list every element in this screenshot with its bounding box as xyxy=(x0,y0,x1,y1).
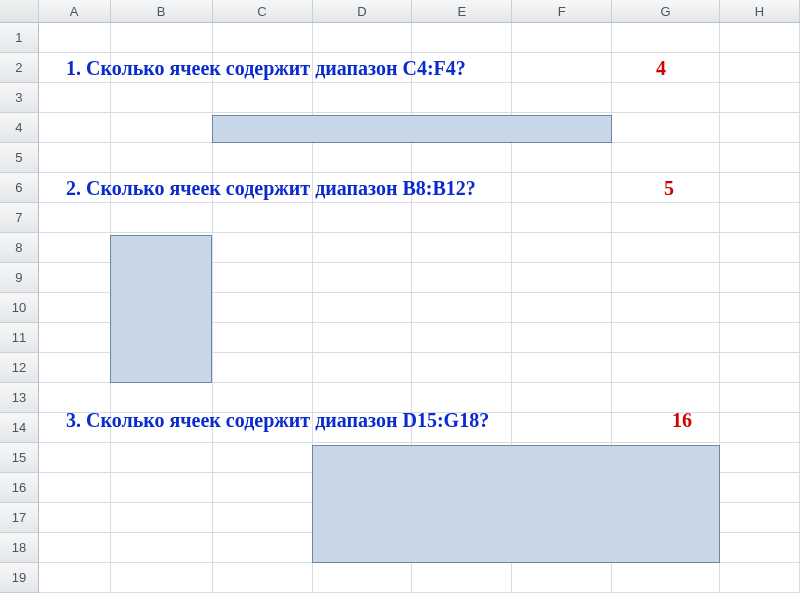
cell[interactable] xyxy=(213,83,313,113)
row-header[interactable]: 18 xyxy=(0,533,39,563)
cell[interactable] xyxy=(612,143,720,173)
cell[interactable] xyxy=(512,563,612,593)
cell[interactable] xyxy=(720,263,800,293)
cell[interactable] xyxy=(720,23,800,53)
cell[interactable] xyxy=(612,413,720,443)
row-header[interactable]: 4 xyxy=(0,113,39,143)
cell[interactable] xyxy=(720,53,800,83)
cell[interactable] xyxy=(39,443,111,473)
cell[interactable] xyxy=(39,533,111,563)
cell[interactable] xyxy=(213,203,313,233)
cell[interactable] xyxy=(720,503,800,533)
cell[interactable] xyxy=(39,203,111,233)
cell[interactable] xyxy=(39,113,111,143)
cell[interactable] xyxy=(612,23,720,53)
cell[interactable] xyxy=(720,293,800,323)
row-header[interactable]: 12 xyxy=(0,353,39,383)
cell[interactable] xyxy=(39,353,111,383)
cell[interactable] xyxy=(512,143,612,173)
cell[interactable] xyxy=(512,293,612,323)
cell[interactable] xyxy=(612,563,720,593)
cell[interactable] xyxy=(720,383,800,413)
cell[interactable] xyxy=(39,83,111,113)
cell[interactable] xyxy=(111,113,213,143)
cell[interactable] xyxy=(111,203,213,233)
cell[interactable] xyxy=(720,83,800,113)
cell[interactable] xyxy=(512,83,612,113)
row-header[interactable]: 2 xyxy=(0,53,39,83)
cell[interactable] xyxy=(412,323,512,353)
row-header[interactable]: 3 xyxy=(0,83,39,113)
column-header-E[interactable]: E xyxy=(412,0,512,22)
cell[interactable] xyxy=(213,503,313,533)
row-header[interactable]: 15 xyxy=(0,443,39,473)
cell[interactable] xyxy=(39,323,111,353)
cell[interactable] xyxy=(213,473,313,503)
cell[interactable] xyxy=(512,233,612,263)
cell[interactable] xyxy=(213,443,313,473)
cell[interactable] xyxy=(39,563,111,593)
cell[interactable] xyxy=(612,113,720,143)
cell[interactable] xyxy=(213,233,313,263)
cell[interactable] xyxy=(412,23,512,53)
cell[interactable] xyxy=(313,233,413,263)
cell[interactable] xyxy=(313,353,413,383)
column-header-B[interactable]: B xyxy=(111,0,213,22)
row-header[interactable]: 1 xyxy=(0,23,39,53)
cell[interactable] xyxy=(612,353,720,383)
column-header-H[interactable]: H xyxy=(720,0,800,22)
cell[interactable] xyxy=(612,383,720,413)
cell[interactable] xyxy=(313,323,413,353)
cell[interactable] xyxy=(213,353,313,383)
row-header[interactable]: 11 xyxy=(0,323,39,353)
row-header[interactable]: 19 xyxy=(0,563,39,593)
cell[interactable] xyxy=(111,503,213,533)
cell[interactable] xyxy=(213,23,313,53)
cell[interactable] xyxy=(720,533,800,563)
cell[interactable] xyxy=(213,563,313,593)
cell[interactable] xyxy=(512,353,612,383)
cell[interactable] xyxy=(313,143,413,173)
cell[interactable] xyxy=(412,263,512,293)
cell[interactable] xyxy=(512,383,612,413)
cell[interactable] xyxy=(412,353,512,383)
cell[interactable] xyxy=(512,203,612,233)
select-all-corner[interactable] xyxy=(0,0,39,22)
row-header[interactable]: 17 xyxy=(0,503,39,533)
cell[interactable] xyxy=(39,143,111,173)
cell[interactable] xyxy=(612,83,720,113)
cell[interactable] xyxy=(313,263,413,293)
cell[interactable] xyxy=(720,323,800,353)
row-header[interactable]: 13 xyxy=(0,383,39,413)
row-header[interactable]: 9 xyxy=(0,263,39,293)
cell[interactable] xyxy=(720,143,800,173)
cell[interactable] xyxy=(512,413,612,443)
cell[interactable] xyxy=(39,263,111,293)
cell[interactable] xyxy=(313,83,413,113)
cell[interactable] xyxy=(612,233,720,263)
row-header[interactable]: 8 xyxy=(0,233,39,263)
cell[interactable] xyxy=(111,443,213,473)
column-header-A[interactable]: A xyxy=(39,0,111,22)
cell[interactable] xyxy=(612,203,720,233)
cell[interactable] xyxy=(612,263,720,293)
cell[interactable] xyxy=(512,173,612,203)
cell[interactable] xyxy=(39,233,111,263)
cell[interactable] xyxy=(412,293,512,323)
column-header-D[interactable]: D xyxy=(313,0,413,22)
cell[interactable] xyxy=(720,473,800,503)
column-header-F[interactable]: F xyxy=(512,0,612,22)
row-header[interactable]: 14 xyxy=(0,413,39,443)
cell[interactable] xyxy=(111,143,213,173)
cell[interactable] xyxy=(39,503,111,533)
cell[interactable] xyxy=(720,203,800,233)
cell[interactable] xyxy=(720,443,800,473)
cell[interactable] xyxy=(111,533,213,563)
row-header[interactable]: 5 xyxy=(0,143,39,173)
cell[interactable] xyxy=(39,473,111,503)
cell[interactable] xyxy=(213,533,313,563)
cell[interactable] xyxy=(612,293,720,323)
cell[interactable] xyxy=(39,293,111,323)
cell[interactable] xyxy=(720,353,800,383)
row-header[interactable]: 16 xyxy=(0,473,39,503)
